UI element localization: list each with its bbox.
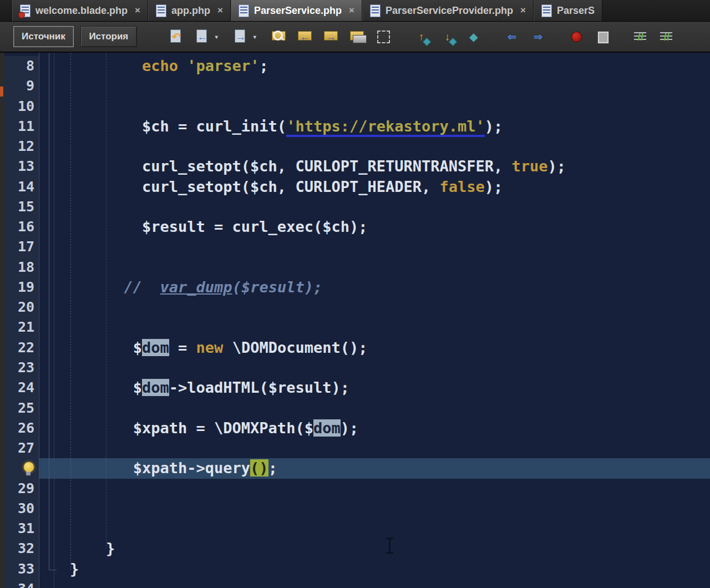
code-token: var_dump xyxy=(160,278,232,296)
tab-close-icon[interactable]: × xyxy=(135,5,140,16)
line-number-gutter[interactable]: 31 xyxy=(0,519,39,539)
previous-bookmark-icon[interactable]: ↑ xyxy=(412,27,431,46)
toggle-bookmark-icon[interactable]: ◆ xyxy=(464,27,483,46)
line-number-gutter[interactable]: 19 xyxy=(0,277,39,297)
hint-lightbulb-icon[interactable] xyxy=(23,462,34,476)
line-number-gutter[interactable]: 25 xyxy=(0,398,39,418)
code-editor[interactable]: 8 echo 'parser';91011 $ch = curl_init('h… xyxy=(0,53,710,588)
line-number-gutter[interactable]: 8 xyxy=(0,56,39,76)
code-line[interactable]: 21 xyxy=(0,317,710,337)
code-line[interactable]: 20 xyxy=(0,297,710,317)
stop-macro-recording-icon[interactable] xyxy=(593,27,612,46)
code-line[interactable]: 34 xyxy=(0,579,710,588)
next-usage-icon[interactable]: ⇒ xyxy=(529,27,547,46)
code-line[interactable]: 9 xyxy=(0,76,710,96)
line-number-gutter[interactable]: 10 xyxy=(0,97,39,116)
code-line[interactable]: 33} xyxy=(0,559,710,579)
code-token: ; xyxy=(268,459,277,477)
line-number-gutter[interactable]: 22 xyxy=(0,338,39,358)
code-line[interactable]: 10 xyxy=(0,97,710,116)
code-line[interactable]: 17 xyxy=(0,237,710,257)
line-number-gutter[interactable]: 26 xyxy=(0,418,39,438)
history-view-button[interactable]: История xyxy=(80,26,137,47)
find-previous-occurrence-icon[interactable]: ← xyxy=(296,27,315,46)
tab-parserserviceprovider-php[interactable]: ParserServiceProvider.php× xyxy=(362,0,534,21)
code-line[interactable]: 31 xyxy=(0,519,710,539)
code-line[interactable]: 18 xyxy=(0,257,710,277)
toggle-search-highlight-icon[interactable] xyxy=(348,27,367,46)
code-line[interactable]: 30 xyxy=(0,499,710,519)
code-line[interactable]: 14 curl_setopt($ch, CURLOPT_HEADER, fals… xyxy=(0,177,710,197)
line-number-gutter[interactable]: 17 xyxy=(0,237,39,257)
line-number-gutter[interactable] xyxy=(0,458,39,478)
line-number-gutter[interactable]: 11 xyxy=(0,116,39,136)
start-macro-recording-icon[interactable] xyxy=(567,27,586,46)
find-next-occurrence-icon[interactable]: → xyxy=(322,27,341,46)
next-bookmark-icon[interactable]: ↓ xyxy=(438,27,457,46)
code-line[interactable]: 29 xyxy=(0,479,710,499)
line-number-gutter[interactable]: 29 xyxy=(0,479,39,499)
code-text: // var_dump($result); xyxy=(39,277,710,297)
code-line[interactable]: 23 xyxy=(0,358,710,378)
code-line[interactable]: 24 $dom->loadHTML($result); xyxy=(0,378,710,398)
comment-icon[interactable]: // xyxy=(631,27,650,46)
php-file-icon xyxy=(370,4,381,17)
code-line[interactable]: 25 xyxy=(0,398,710,418)
tab-close-icon[interactable]: × xyxy=(520,5,526,16)
code-line[interactable]: 32 } xyxy=(0,539,710,559)
tab-label: ParserService.php xyxy=(254,5,342,17)
code-line[interactable]: 12 xyxy=(0,136,710,156)
line-number-gutter[interactable]: 14 xyxy=(0,177,39,197)
line-number-gutter[interactable]: 27 xyxy=(0,438,39,458)
line-number-gutter[interactable]: 20 xyxy=(0,297,39,317)
tab-close-icon[interactable]: × xyxy=(349,5,354,16)
code-line[interactable]: 13 curl_setopt($ch, CURLOPT_RETURNTRANSF… xyxy=(0,156,710,176)
editor-tab-bar: welcome.blade.php×app.php×ParserService.… xyxy=(0,0,710,22)
line-number-gutter[interactable]: 33 xyxy=(0,559,39,579)
line-number-gutter[interactable]: 30 xyxy=(0,499,39,519)
code-text: echo 'parser'; xyxy=(39,56,710,76)
tab-parserservice-php[interactable]: ParserService.php× xyxy=(231,0,362,21)
rectangular-selection-icon[interactable] xyxy=(374,27,393,46)
code-line[interactable]: 16 $result = curl_exec($ch); xyxy=(0,217,710,237)
line-number-gutter[interactable]: 21 xyxy=(0,317,39,337)
fold-margin-separator xyxy=(54,53,54,588)
code-line[interactable]: 11 $ch = curl_init('https://rekastory.ml… xyxy=(0,116,710,136)
last-edit-location-icon[interactable]: ↶ xyxy=(167,27,186,46)
php-file-icon xyxy=(541,4,552,17)
line-number-gutter[interactable]: 15 xyxy=(0,197,39,217)
line-number-gutter[interactable]: 12 xyxy=(0,136,39,156)
code-line[interactable]: $xpath->query(); xyxy=(0,458,710,478)
code-token: $xpath->query xyxy=(70,459,250,477)
code-line[interactable]: 19 // var_dump($result); xyxy=(0,277,710,297)
line-number-gutter[interactable]: 13 xyxy=(0,156,39,176)
line-number-gutter[interactable]: 23 xyxy=(0,358,39,378)
blade-badge-icon xyxy=(18,12,25,18)
line-number-gutter[interactable]: 24 xyxy=(0,378,39,398)
uncomment-icon[interactable]: // xyxy=(657,27,676,46)
line-number-gutter[interactable]: 18 xyxy=(0,257,39,277)
code-line[interactable]: 26 $xpath = \DOMXPath($dom); xyxy=(0,418,710,438)
tab-close-icon[interactable]: × xyxy=(217,5,223,16)
tab-welcome-blade-php[interactable]: welcome.blade.php× xyxy=(12,0,148,21)
code-text xyxy=(39,136,710,156)
php-file-icon xyxy=(20,4,31,17)
line-number-gutter[interactable]: 34 xyxy=(0,579,39,588)
code-line[interactable]: 22 $dom = new \DOMDocument(); xyxy=(0,338,710,358)
forward-icon[interactable]: →▾ xyxy=(231,27,250,46)
code-line[interactable]: 27 xyxy=(0,438,710,458)
tab-parsers[interactable]: ParserS xyxy=(534,0,602,21)
tab-app-php[interactable]: app.php× xyxy=(148,0,231,21)
source-view-button[interactable]: Источник xyxy=(13,26,74,47)
line-number-gutter[interactable]: 32 xyxy=(0,539,39,559)
line-number-gutter[interactable]: 9 xyxy=(0,76,39,96)
code-token: ($result); xyxy=(232,278,323,296)
back-icon[interactable]: ←▾ xyxy=(193,27,212,46)
error-stripe-mark xyxy=(0,87,3,97)
find-selection-icon[interactable] xyxy=(270,27,288,46)
toolbar-icons: ↶←▾→▾←→↑↓◆⇐⇒//// xyxy=(167,27,683,46)
previous-usage-icon[interactable]: ⇐ xyxy=(503,27,521,46)
code-line[interactable]: 8 echo 'parser'; xyxy=(0,56,710,76)
code-line[interactable]: 15 xyxy=(0,197,710,217)
line-number-gutter[interactable]: 16 xyxy=(0,217,39,237)
